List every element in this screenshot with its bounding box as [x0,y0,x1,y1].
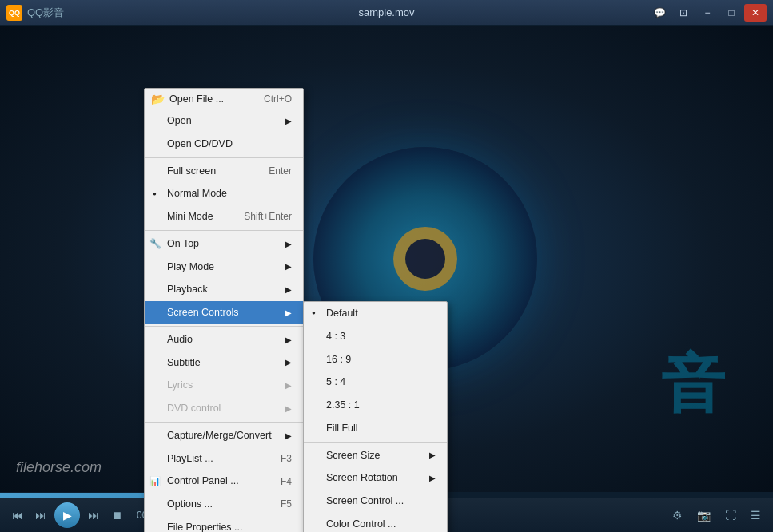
fullscreen-button[interactable]: ⛶ [721,506,740,524]
menu-item-play-mode[interactable]: Play Mode ▶ [145,256,303,279]
menu-item-options[interactable]: Options ... F5 [145,493,303,516]
prev-chapter-button[interactable]: ⏮ [8,506,27,524]
menu-item-control-panel[interactable]: 📊 Control Panel ... F4 [145,470,303,493]
right-controls: ⚙ 📷 ⛶ ☰ [668,506,765,524]
options-label: Options ... [167,497,213,512]
dvd-control-arrow: ▶ [285,403,292,415]
on-top-label: On Top [167,236,199,252]
screen-controls-submenu: ● Default 4 : 3 16 : 9 5 : 4 2.35 : 1 Fi… [303,301,448,532]
lyrics-arrow: ▶ [285,379,292,391]
skip-back-button[interactable]: ⏭ [31,506,50,524]
screen-controls-label: Screen Controls [167,305,239,320]
play-button[interactable]: ▶ [54,502,80,528]
menu-item-audio[interactable]: Audio ▶ [145,328,303,351]
file-properties-label: File Properties ... [167,520,242,532]
open-arrow: ▶ [285,115,292,127]
app-logo: QQ [6,5,22,21]
normal-mode-label: Normal Mode [167,186,227,201]
playlist-button[interactable]: ☰ [747,506,765,524]
open-file-label: Open File ... [169,93,224,105]
menu-item-open-cd[interactable]: Open CD/DVD [145,133,303,156]
menu-item-lyrics: Lyrics ▶ [145,374,303,397]
menu-item-subtitle[interactable]: Subtitle ▶ [145,351,303,375]
menu-item-playlist[interactable]: PlayList ... F3 [145,447,303,470]
4-3-label: 4 : 3 [326,329,345,344]
restore-button[interactable]: □ [720,4,743,22]
screen-rotation-arrow: ▶ [429,472,436,484]
feedback-button[interactable]: 💬 [648,4,671,22]
screen-control-label: Screen Control ... [326,494,404,509]
submenu-item-5-4[interactable]: 5 : 4 [304,371,447,394]
menu-item-dvd-control: DVD control ▶ [145,397,303,420]
lyrics-label: Lyrics [167,378,193,393]
playlist-shortcut: F3 [281,451,292,466]
open-cd-label: Open CD/DVD [167,137,233,152]
site-watermark: filehorse.com [16,459,102,476]
menu-item-normal-mode[interactable]: ● Normal Mode [145,182,303,205]
default-bullet: ● [312,308,316,318]
submenu-item-fill-full[interactable]: Fill Full [304,417,447,440]
default-label: Default [326,306,358,321]
submenu-divider-1 [304,442,447,443]
window-title: sample.mov [358,6,414,18]
stop-button[interactable]: ⏹ [107,506,126,524]
menu-item-open[interactable]: Open ▶ [145,109,303,133]
close-button[interactable]: ✕ [744,4,767,22]
submenu-item-4-3[interactable]: 4 : 3 [304,325,447,348]
reel-inner [405,239,445,279]
title-bar: QQ QQ影音 sample.mov 💬 ⊡ − □ ✕ [0,0,773,26]
menu-item-capture[interactable]: Capture/Merge/Convert ▶ [145,424,303,447]
skip-forward-button[interactable]: ⏭ [84,506,103,524]
playlist-label: PlayList ... [167,451,213,466]
menu-item-mini-mode[interactable]: Mini Mode Shift+Enter [145,205,303,228]
screen-size-arrow: ▶ [429,449,436,461]
16-9-label: 16 : 9 [326,352,351,367]
submenu-item-default[interactable]: ● Default [304,302,447,325]
minimize2-button[interactable]: ⊡ [672,4,695,22]
mini-mode-shortcut: Shift+Enter [244,209,292,224]
submenu-item-2-35-1[interactable]: 2.35 : 1 [304,394,447,417]
capture-arrow: ▶ [285,430,292,442]
color-control-label: Color Control ... [326,517,396,532]
subtitle-label: Subtitle [167,355,201,371]
dvd-control-label: DVD control [167,401,221,416]
audio-arrow: ▶ [285,334,292,346]
menu-item-on-top[interactable]: 🔧 On Top ▶ [145,232,303,256]
minimize-button[interactable]: − [696,4,719,22]
playback-label: Playback [167,282,208,297]
menu-item-open-file[interactable]: 📂 Open File ... Ctrl+O [145,89,303,109]
play-mode-label: Play Mode [167,260,214,275]
options-shortcut: F5 [281,497,292,511]
menu-item-file-properties[interactable]: File Properties ... [145,516,303,532]
menu-item-fullscreen[interactable]: Full screen Enter [145,160,303,183]
control-panel-shortcut: F4 [281,474,292,489]
settings-button[interactable]: ⚙ [668,506,687,524]
snapshot-button[interactable]: 📷 [693,506,715,524]
fullscreen-label: Full screen [167,164,216,179]
submenu-item-screen-control[interactable]: Screen Control ... [304,490,447,513]
submenu-item-screen-rotation[interactable]: Screen Rotation ▶ [304,466,447,490]
title-bar-left: QQ QQ影音 [6,5,64,21]
submenu-item-screen-size[interactable]: Screen Size ▶ [304,444,447,467]
submenu-item-16-9[interactable]: 16 : 9 [304,348,447,371]
2-35-1-label: 2.35 : 1 [326,398,360,413]
fill-full-label: Fill Full [326,421,358,436]
window-controls: 💬 ⊡ − □ ✕ [648,4,767,22]
open-file-shortcut: Ctrl+O [264,93,292,105]
menu-item-screen-controls[interactable]: Screen Controls ▶ ● Default 4 : 3 16 : 9… [145,301,303,324]
playback-arrow: ▶ [285,284,292,296]
5-4-label: 5 : 4 [326,375,345,390]
open-label: Open [167,113,192,129]
mini-mode-label: Mini Mode [167,209,213,224]
context-menu: 📂 Open File ... Ctrl+O Open ▶ Open CD/DV… [144,88,304,532]
reel-center [393,227,457,291]
play-mode-arrow: ▶ [285,260,292,272]
app-name: QQ影音 [27,6,64,20]
divider-4 [145,422,303,423]
screen-controls-arrow: ▶ [285,307,292,319]
capture-label: Capture/Merge/Convert [167,428,272,443]
screen-rotation-label: Screen Rotation [326,470,398,486]
fullscreen-shortcut: Enter [269,164,292,178]
menu-item-playback[interactable]: Playback ▶ [145,278,303,301]
submenu-item-color-control[interactable]: Color Control ... [304,513,447,532]
